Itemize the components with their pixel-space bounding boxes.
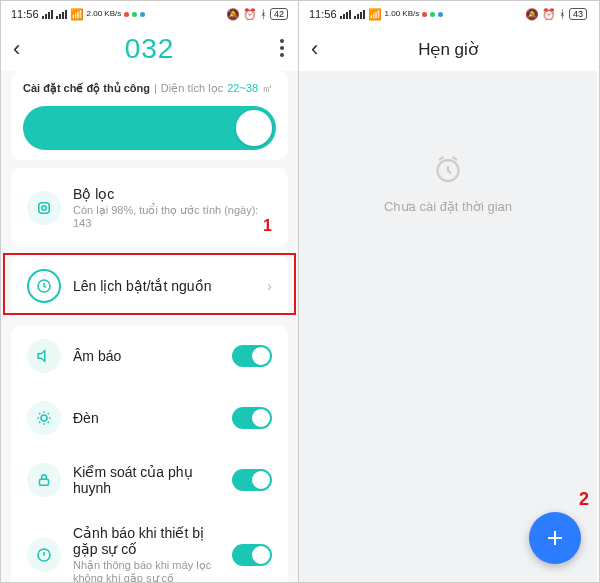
phone-left: 11:56 📶 2.00 KB/s 🔕 ⏰ ᚼ 42 ‹ 032 <box>1 1 299 582</box>
row-filter[interactable]: Bộ lọc Còn lại 98%, tuổi thọ ước tính (n… <box>23 172 276 243</box>
annotation-2: 2 <box>579 489 589 510</box>
light-icon <box>27 401 61 435</box>
wifi-icon: 📶 <box>70 8 84 21</box>
net-speed-r: 1.00 KB/s <box>385 10 420 18</box>
chevron-right-icon: › <box>267 278 272 294</box>
app-dot-red <box>124 12 129 17</box>
filter-sub: Còn lại 98%, tuổi thọ ước tính (ngày): 1… <box>73 204 272 229</box>
phone-right: 11:56 📶 1.00 KB/s 🔕 ⏰ ᚼ 43 ‹ Hẹn giờ <box>299 1 597 582</box>
row-sound[interactable]: Âm báo <box>23 325 276 387</box>
sound-toggle[interactable] <box>232 345 272 367</box>
row-parental[interactable]: Kiểm soát của phụ huynh <box>23 449 276 511</box>
row-light[interactable]: Đèn <box>23 387 276 449</box>
signal-icon-2 <box>56 10 67 19</box>
alarm-icon: ⏰ <box>243 8 257 21</box>
filter-icon <box>27 191 61 225</box>
bell-off-icon-r: 🔕 <box>525 8 539 21</box>
page-title: 032 <box>1 33 298 65</box>
clock-icon <box>27 269 61 303</box>
bluetooth-icon-r: ᚼ <box>559 8 566 20</box>
status-bar: 11:56 📶 2.00 KB/s 🔕 ⏰ ᚼ 42 <box>1 1 298 27</box>
page-title-r: Hẹn giờ <box>299 39 597 60</box>
status-bar-r: 11:56 📶 1.00 KB/s 🔕 ⏰ ᚼ 43 <box>299 1 597 27</box>
filter-title: Bộ lọc <box>73 186 272 202</box>
signal-icon-r2 <box>354 10 365 19</box>
back-button-r[interactable]: ‹ <box>311 36 337 62</box>
add-timer-button[interactable] <box>529 512 581 564</box>
battery-badge: 42 <box>270 8 288 20</box>
mode-card: Cài đặt chế độ thủ công | Diện tích lọc … <box>11 71 288 160</box>
mode-label: Cài đặt chế độ thủ công <box>23 82 150 95</box>
empty-text: Chưa cài đặt thời gian <box>384 199 512 214</box>
plus-icon <box>543 526 567 550</box>
power-slider[interactable] <box>23 106 276 150</box>
bell-off-icon: 🔕 <box>226 8 240 21</box>
status-time: 11:56 <box>11 8 39 20</box>
row-schedule[interactable]: Lên lịch bật/tắt nguồn › <box>23 255 276 317</box>
signal-icon-r <box>340 10 351 19</box>
speaker-icon <box>27 339 61 373</box>
app-bar: ‹ 032 <box>1 27 298 71</box>
app-dot-green <box>132 12 137 17</box>
svg-point-3 <box>41 415 47 421</box>
info-icon <box>27 538 61 572</box>
alert-toggle[interactable] <box>232 544 272 566</box>
row-alert[interactable]: Cảnh báo khi thiết bị gặp sự cố Nhận thô… <box>23 511 276 582</box>
net-speed: 2.00 KB/s <box>87 10 122 18</box>
app-bar-r: ‹ Hẹn giờ <box>299 27 597 71</box>
annotation-1: 1 <box>263 217 272 235</box>
battery-badge-r: 43 <box>569 8 587 20</box>
status-time-r: 11:56 <box>309 8 337 20</box>
svg-point-1 <box>42 205 47 210</box>
wifi-icon-r: 📶 <box>368 8 382 21</box>
light-toggle[interactable] <box>232 407 272 429</box>
empty-clock-icon <box>430 151 466 187</box>
lock-icon <box>27 463 61 497</box>
app-dot-blue <box>140 12 145 17</box>
more-button[interactable] <box>280 39 284 57</box>
parental-toggle[interactable] <box>232 469 272 491</box>
app-dot-green-r <box>430 12 435 17</box>
bluetooth-icon: ᚼ <box>260 8 267 20</box>
app-dot-blue-r <box>438 12 443 17</box>
signal-icon <box>42 10 53 19</box>
back-button[interactable]: ‹ <box>13 36 39 62</box>
alarm-icon-r: ⏰ <box>542 8 556 21</box>
schedule-title: Lên lịch bật/tắt nguồn <box>73 278 255 294</box>
app-dot-red-r <box>422 12 427 17</box>
svg-rect-4 <box>40 479 49 485</box>
svg-rect-0 <box>39 202 50 213</box>
